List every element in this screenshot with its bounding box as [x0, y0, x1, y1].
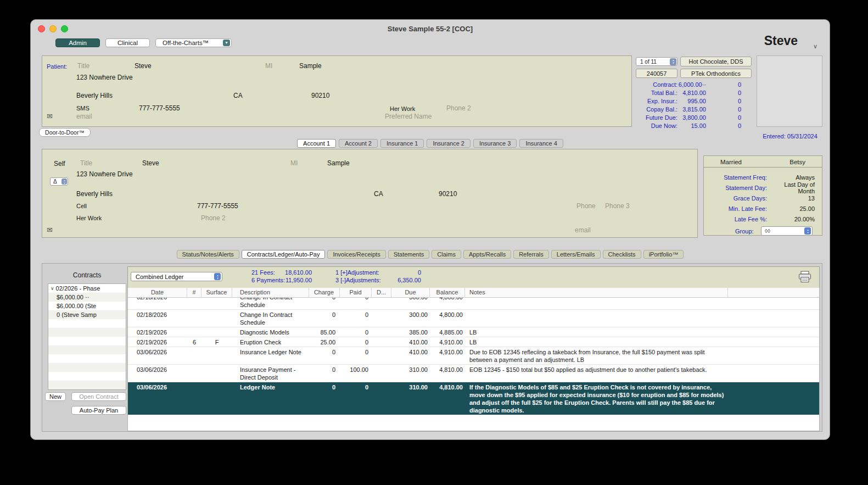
record-navigator-dropdown[interactable]: 1 of 11	[636, 57, 677, 66]
patient-phone2-type[interactable]: Her Work	[390, 105, 415, 112]
column-header-paid: Paid	[340, 288, 372, 297]
office-button[interactable]: PTek Orthodontics	[680, 69, 752, 78]
account-selector-dropdown[interactable]: Δ	[50, 177, 68, 186]
door-to-door-button[interactable]: Door-to-Door™	[39, 128, 91, 137]
cell-due: 385.00	[391, 327, 430, 337]
account-phone-label-field[interactable]: Phone	[576, 202, 596, 210]
cell-surface	[201, 298, 232, 309]
ledger-toolbar: Combined Ledger 21 Fees:18,610.006 Payme…	[127, 266, 820, 288]
summary-label: 21 Fees:	[251, 269, 275, 277]
account-tab-insurance-3[interactable]: Insurance 3	[473, 139, 517, 148]
patient-zip-field[interactable]: 90210	[311, 92, 329, 99]
new-contract-button[interactable]: New	[45, 392, 66, 401]
section-tab-invoices-receipts[interactable]: Invoices/Receipts	[327, 250, 385, 259]
contract-tree-empty-row	[48, 345, 126, 354]
patient-last-name-field[interactable]: Sample	[299, 62, 322, 70]
account-last-name-field[interactable]: Sample	[327, 159, 350, 167]
print-button[interactable]	[797, 269, 813, 285]
account-zip-field[interactable]: 90210	[439, 190, 457, 198]
patient-title-field[interactable]: Title	[77, 62, 89, 70]
account-phone1-type[interactable]: Cell	[76, 203, 87, 209]
section-tab-statements[interactable]: Statements	[388, 250, 430, 259]
financial-label: Copay Bal.:	[635, 106, 677, 113]
account-phone2-type[interactable]: Her Work	[76, 215, 102, 221]
cell-date: 02/18/2026	[128, 310, 187, 327]
cell-due: 310.00	[391, 382, 430, 415]
patient-email-field[interactable]: email	[76, 113, 92, 120]
cell-paid: 0	[340, 382, 372, 415]
cell-blank	[728, 382, 819, 415]
summary-label: 6 Payments:	[251, 277, 285, 285]
patient-first-name-field[interactable]: Steve	[135, 62, 152, 70]
chevron-down-icon[interactable]	[51, 286, 54, 291]
off-the-charts-dropdown[interactable]: Off-the-Charts™	[155, 38, 232, 47]
billing-value[interactable]: Last Day of Month	[767, 181, 822, 194]
open-contract-button[interactable]: Open Contract	[71, 392, 126, 401]
ledger-row[interactable]: 03/06/2026Insurance Payment - Direct Dep…	[128, 365, 819, 382]
financial-value: 995.00	[677, 98, 706, 104]
ledger-row[interactable]: 03/06/2026Ledger Note00310.004,810.00If …	[128, 382, 819, 415]
section-tab-contracts-ledger-auto-pay[interactable]: Contracts/Ledger/Auto-Pay	[242, 250, 326, 259]
account-title-field[interactable]: Title	[80, 159, 92, 167]
account-state-field[interactable]: CA	[374, 190, 383, 198]
patient-phone1-field[interactable]: 777-777-5555	[139, 104, 180, 112]
section-tab-checklists[interactable]: Checklists	[603, 250, 641, 259]
group-dropdown[interactable]: ◊◊	[761, 226, 813, 236]
account-phone1-field[interactable]: 777-777-5555	[197, 202, 238, 210]
account-tab-insurance-4[interactable]: Insurance 4	[519, 139, 563, 148]
account-first-name-field[interactable]: Steve	[142, 159, 159, 167]
patient-mi-field[interactable]: MI	[265, 62, 272, 70]
spouse-name[interactable]: Betsy	[789, 159, 805, 165]
financial-row-copay-bal: Copay Bal.:3,815.000	[635, 105, 753, 113]
section-tab-status-notes-alerts[interactable]: Status/Notes/Alerts	[177, 250, 239, 259]
account-mi-field[interactable]: MI	[290, 159, 298, 167]
patient-state-field[interactable]: CA	[233, 92, 243, 99]
contract-tree-item[interactable]: 02/2026 - Phase	[48, 284, 126, 293]
chevron-down-icon[interactable]	[813, 43, 817, 50]
account-tab-insurance-1[interactable]: Insurance 1	[380, 139, 424, 148]
section-tab-appts-recalls[interactable]: Appts/Recalls	[463, 250, 511, 259]
clinical-tab-button[interactable]: Clinical	[105, 38, 150, 47]
patient-id-field[interactable]: 240057	[636, 69, 677, 78]
account-tab-account-2[interactable]: Account 2	[339, 139, 378, 148]
patient-street-field[interactable]: 123 Nowhere Drive	[76, 74, 133, 81]
account-phone2-field[interactable]: Phone 2	[201, 214, 226, 222]
ledger-row[interactable]: 02/19/20266FEruption Check25.000410.004,…	[128, 337, 819, 347]
account-tab-insurance-2[interactable]: Insurance 2	[427, 139, 470, 148]
billing-value[interactable]: Always	[767, 174, 822, 181]
contract-tree-item[interactable]: 0 (Steve Samp	[48, 310, 126, 319]
billing-value[interactable]: 13	[767, 195, 822, 202]
patient-phone2-field[interactable]: Phone 2	[446, 104, 471, 112]
auto-pay-plan-button[interactable]: Auto-Pay Plan	[71, 406, 126, 415]
account-email-field[interactable]: email	[575, 226, 591, 234]
patient-photo-placeholder[interactable]	[757, 55, 822, 127]
patient-city-field[interactable]: Beverly Hills	[76, 92, 113, 99]
ledger-row[interactable]: 03/06/2026Insurance Ledger Note00410.004…	[128, 347, 819, 365]
contract-tree-item[interactable]: $6,000.00 ··	[48, 293, 126, 302]
patient-preferred-name-field[interactable]: Preferred Name	[385, 113, 432, 120]
patient-phone1-type[interactable]: SMS	[76, 105, 89, 112]
section-tab-claims[interactable]: Claims	[432, 250, 461, 259]
group-label: Group:	[735, 228, 754, 235]
ledger-row[interactable]: 02/18/2026Change In Contract Schedule003…	[128, 310, 819, 327]
account-tab-account-1[interactable]: Account 1	[297, 139, 336, 148]
ledger-row[interactable]: 02/19/2026Diagnostic Models85.000385.004…	[128, 327, 819, 337]
ledger-view-dropdown[interactable]: Combined Ledger	[131, 272, 222, 281]
billing-value[interactable]: 20.00%	[767, 216, 822, 222]
billing-value[interactable]: 25.00	[767, 205, 822, 212]
section-tab-iportfolio[interactable]: iPortfolio™	[643, 250, 684, 259]
cell-paid: 0	[340, 298, 372, 309]
section-tab-letters-emails[interactable]: Letters/Emails	[551, 250, 601, 259]
account-phone3-field[interactable]: Phone 3	[605, 202, 630, 210]
marital-status[interactable]: Married	[720, 159, 742, 165]
account-city-field[interactable]: Beverly Hills	[76, 190, 113, 198]
account-street-field[interactable]: 123 Nowhere Drive	[76, 170, 133, 178]
provider-button[interactable]: Hot Chocolate, DDS	[680, 57, 752, 66]
patient-label: Patient:	[47, 63, 67, 70]
contract-tree-item[interactable]: $6,000.00 (Ste	[48, 302, 126, 310]
financial-row-total-bal: Total Bal.:4,810.000	[635, 88, 753, 97]
ledger-row[interactable]: 02/18/2026Change In Contract Schedule003…	[128, 298, 819, 310]
billing-label: Min. Late Fee:	[704, 205, 767, 212]
section-tab-referrals[interactable]: Referrals	[513, 250, 549, 259]
admin-tab-button[interactable]: Admin	[55, 38, 100, 47]
